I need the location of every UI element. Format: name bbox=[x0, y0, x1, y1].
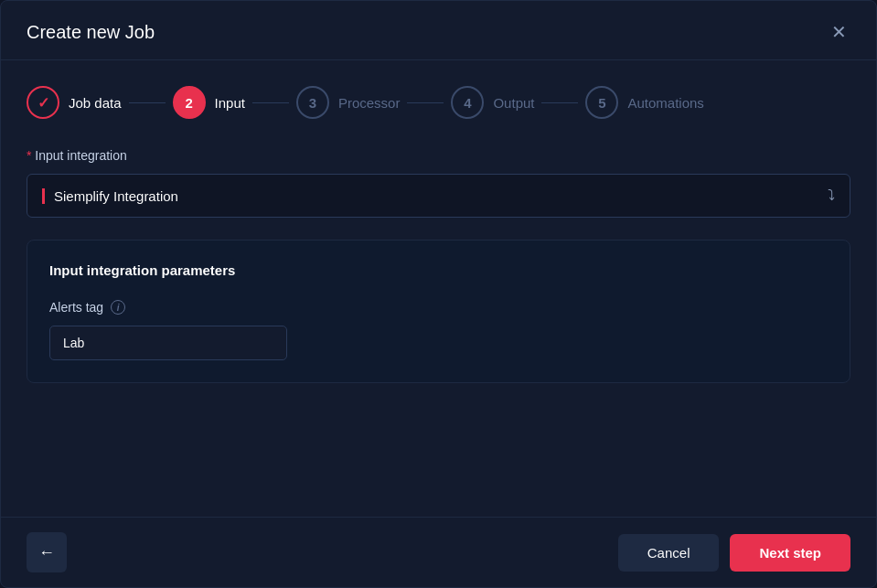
alerts-tag-input[interactable] bbox=[49, 326, 287, 360]
step-label-output: Output bbox=[493, 95, 534, 111]
field-label-text: Input integration bbox=[35, 148, 126, 163]
step-output: 4 Output bbox=[451, 86, 534, 119]
modal-body: ✓ Job data 2 Input 3 Processor bbox=[1, 60, 876, 517]
back-icon: ← bbox=[38, 543, 55, 562]
step-job-data: ✓ Job data bbox=[27, 86, 122, 119]
step-label-input: Input bbox=[215, 95, 245, 111]
modal-title: Create new Job bbox=[27, 22, 155, 43]
step-label-automations: Automations bbox=[627, 95, 703, 111]
step-divider-2 bbox=[252, 102, 289, 103]
params-title: Input integration parameters bbox=[49, 262, 828, 278]
step-circle-input: 2 bbox=[173, 86, 206, 119]
required-star: * bbox=[27, 148, 35, 163]
close-button[interactable]: ✕ bbox=[828, 19, 850, 45]
step-divider-4 bbox=[541, 102, 578, 103]
step-processor: 3 Processor bbox=[296, 86, 401, 119]
modal-footer: ← Cancel Next step bbox=[1, 517, 876, 587]
step-circle-automations: 5 bbox=[585, 86, 618, 119]
next-step-button[interactable]: Next step bbox=[730, 534, 850, 572]
dropdown-value: Siemplify Integration bbox=[42, 188, 178, 204]
input-integration-label: * Input integration bbox=[27, 148, 850, 163]
step-input: 2 Input bbox=[173, 86, 245, 119]
modal-header: Create new Job ✕ bbox=[1, 1, 876, 60]
step-circle-output: 4 bbox=[451, 86, 484, 119]
step-check-job-data: ✓ bbox=[37, 94, 49, 112]
params-box: Input integration parameters Alerts tag … bbox=[27, 240, 850, 383]
step-automations: 5 Automations bbox=[585, 86, 703, 119]
create-job-modal: Create new Job ✕ ✓ Job data 2 Input bbox=[0, 0, 877, 588]
step-label-job-data: Job data bbox=[69, 95, 122, 111]
step-number-output: 4 bbox=[464, 95, 471, 111]
integration-dropdown[interactable]: Siemplify Integration ⤵ bbox=[27, 174, 850, 218]
footer-right: Cancel Next step bbox=[618, 534, 850, 572]
step-divider-3 bbox=[407, 102, 444, 103]
cancel-button[interactable]: Cancel bbox=[618, 534, 720, 572]
step-circle-job-data: ✓ bbox=[27, 86, 59, 119]
step-number-input: 2 bbox=[185, 95, 192, 111]
alerts-tag-label-row: Alerts tag i bbox=[49, 300, 828, 315]
step-divider-1 bbox=[129, 102, 166, 103]
alerts-tag-label: Alerts tag bbox=[49, 300, 103, 315]
step-number-automations: 5 bbox=[598, 95, 605, 111]
back-button[interactable]: ← bbox=[27, 532, 67, 572]
step-circle-processor: 3 bbox=[296, 86, 329, 119]
stepper: ✓ Job data 2 Input 3 Processor bbox=[27, 86, 850, 119]
step-label-processor: Processor bbox=[338, 95, 401, 111]
step-number-processor: 3 bbox=[309, 95, 316, 111]
chevron-down-icon: ⤵ bbox=[828, 187, 835, 204]
info-icon: i bbox=[111, 300, 125, 315]
